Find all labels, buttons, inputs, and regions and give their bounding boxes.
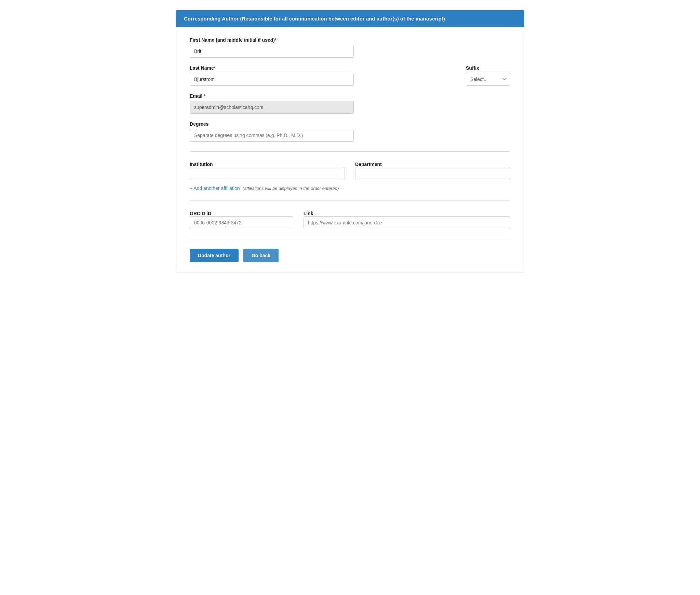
suffix-group: Suffix Select... Jr. Sr. II III IV Ph.D.… (466, 65, 510, 86)
email-group: Email * (190, 93, 510, 114)
link-label: Link (304, 211, 313, 216)
degrees-input[interactable] (190, 129, 354, 142)
add-affiliation-text: + Add another affiliation (190, 185, 240, 191)
last-name-group: Last Name* (190, 65, 456, 86)
first-name-label: First Name (and middle initial if used)* (190, 37, 510, 43)
first-name-row: First Name (and middle initial if used)* (190, 37, 510, 58)
button-row: Update author Go back (190, 249, 510, 262)
header-banner: Corresponding Author (Responsible for al… (176, 10, 524, 27)
divider-2 (190, 200, 510, 201)
department-group: Department (355, 161, 510, 180)
page-wrapper: Corresponding Author (Responsible for al… (169, 10, 531, 273)
divider-1 (190, 151, 510, 152)
last-name-label: Last Name* (190, 65, 456, 71)
degrees-label: Degrees (190, 121, 510, 127)
link-group: Link (304, 210, 510, 229)
last-name-input[interactable] (190, 73, 354, 86)
form-container: First Name (and middle initial if used)*… (176, 27, 524, 273)
add-affiliation-footer: + Add another affiliation (affiliations … (190, 185, 510, 191)
email-input (190, 101, 354, 114)
degrees-row: Degrees (190, 121, 510, 142)
degrees-group: Degrees (190, 121, 510, 142)
affiliation-note: (affiliations will be displayed in the o… (242, 186, 339, 191)
orcid-link-row: ORCID iD Link (190, 210, 510, 229)
first-name-input[interactable] (190, 45, 354, 58)
suffix-select[interactable]: Select... Jr. Sr. II III IV Ph.D. M.D. (466, 73, 510, 86)
institution-label: Institution (190, 162, 213, 167)
update-author-button[interactable]: Update author (190, 249, 239, 262)
divider-3 (190, 239, 510, 239)
suffix-label: Suffix (466, 65, 510, 71)
link-input[interactable] (304, 216, 510, 229)
go-back-button[interactable]: Go back (243, 249, 279, 262)
institution-input[interactable] (190, 167, 345, 180)
email-label: Email * (190, 93, 510, 99)
department-input[interactable] (355, 167, 510, 180)
department-label: Department (355, 162, 382, 167)
orcid-input[interactable] (190, 216, 293, 229)
affiliation-row: Institution Department (190, 161, 510, 180)
orcid-label: ORCID iD (190, 211, 211, 216)
add-affiliation-link[interactable]: + Add another affiliation (190, 185, 240, 191)
last-name-suffix-row: Last Name* Suffix Select... Jr. Sr. II I… (190, 65, 510, 86)
orcid-group: ORCID iD (190, 210, 293, 229)
institution-group: Institution (190, 161, 345, 180)
first-name-group: First Name (and middle initial if used)* (190, 37, 510, 58)
header-banner-text: Corresponding Author (Responsible for al… (184, 16, 445, 22)
email-row: Email * (190, 93, 510, 114)
